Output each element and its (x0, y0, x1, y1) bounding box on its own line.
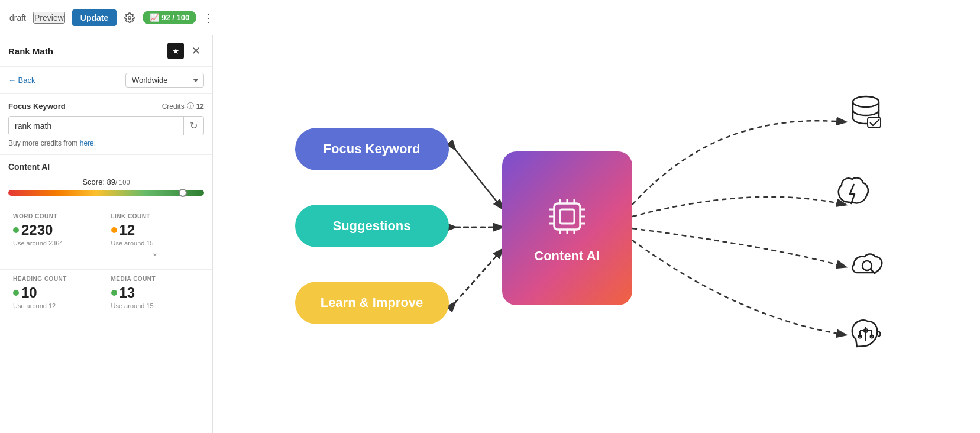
preview-button[interactable]: Preview (33, 12, 65, 24)
score-denom: / 100 (115, 179, 130, 186)
learn-improve-pill-label: Learn & Improve (321, 295, 423, 311)
cpu-icon (544, 193, 591, 243)
settings-icon[interactable] (121, 9, 138, 26)
media-dot (111, 290, 117, 296)
chevron-down-icon[interactable]: ⌄ (111, 247, 200, 258)
link-count-label: LINK COUNT (111, 213, 200, 219)
link-count-cell: LINK COUNT 12 Use around 15 ⌄ (106, 207, 205, 264)
score-text: Score: 89 (82, 177, 115, 186)
word-count-value: 2230 (13, 222, 101, 238)
lightning-brain-icon (833, 172, 875, 216)
score-progress-bar (8, 190, 204, 196)
search-cloud-icon (848, 246, 890, 290)
score-badge[interactable]: 📈 92 / 100 (143, 11, 196, 24)
svg-rect-8 (560, 209, 574, 224)
svg-line-5 (455, 250, 502, 303)
star-button[interactable]: ★ (167, 43, 184, 59)
svg-rect-7 (554, 203, 580, 230)
content-ai-label-diagram: Content AI (534, 248, 599, 264)
score-arrow-icon: 📈 (150, 13, 159, 22)
content-ai-label: Content AI (0, 155, 212, 174)
svg-point-21 (853, 96, 879, 107)
more-options-button[interactable]: ⋮ (202, 11, 214, 25)
credits-label: Credits (162, 102, 185, 111)
link-count-dot (111, 227, 117, 233)
credits-info-icon: ⓘ (187, 101, 194, 111)
focus-keyword-pill-label: Focus Keyword (324, 141, 421, 157)
word-count-cell: WORD COUNT 2230 Use around 2364 (8, 207, 106, 264)
link-count-value: 12 (111, 222, 200, 238)
learn-improve-pill[interactable]: Learn & Improve (295, 282, 449, 324)
svg-line-6 (455, 250, 502, 303)
draft-link[interactable]: draft (9, 13, 26, 22)
heading-count-label: HEADING COUNT (13, 276, 101, 282)
media-count-value: 13 (111, 285, 200, 301)
location-dropdown[interactable]: Worldwide United States United Kingdom (125, 73, 204, 88)
media-count-label: MEDIA COUNT (111, 276, 200, 282)
stats-grid: WORD COUNT 2230 Use around 2364 LINK COU… (0, 202, 212, 269)
header-icons: ★ ✕ (167, 43, 204, 59)
keyword-input[interactable] (9, 117, 183, 135)
score-display: Score: 89/ 100 (8, 177, 204, 186)
diagram-area: Focus Keyword Suggestions Learn & Improv… (213, 35, 980, 433)
link-count-hint: Use around 15 (111, 240, 200, 247)
heading-count-cell: HEADING COUNT 10 Use around 12 (8, 270, 106, 315)
svg-line-2 (455, 149, 502, 208)
keyword-input-row: ↻ (8, 116, 204, 135)
progress-thumb (179, 189, 187, 197)
word-count-dot (13, 227, 19, 233)
suggestions-pill-label: Suggestions (332, 218, 410, 234)
heading-count-hint: Use around 12 (13, 302, 101, 309)
heading-count-value: 10 (13, 285, 101, 301)
suggestions-pill[interactable]: Suggestions (295, 205, 449, 247)
heading-dot (13, 290, 19, 296)
content-ai-box[interactable]: Content AI (502, 151, 632, 305)
close-button[interactable]: ✕ (187, 43, 204, 59)
nav-row: ← Back Worldwide United States United Ki… (0, 67, 212, 94)
ai-head-icon (845, 314, 887, 358)
focus-keyword-pill[interactable]: Focus Keyword (295, 128, 449, 170)
media-count-cell: MEDIA COUNT 13 Use around 15 (106, 270, 205, 315)
focus-keyword-label: Focus Keyword (8, 102, 66, 111)
rankmath-title: Rank Math (8, 46, 53, 56)
rankmath-header: Rank Math ★ ✕ (0, 35, 212, 67)
svg-point-0 (128, 16, 131, 19)
credits-number: 12 (196, 102, 204, 111)
credits-link-text: Buy more credits from here. (8, 139, 204, 147)
focus-keyword-header: Focus Keyword Credits ⓘ 12 (8, 101, 204, 111)
svg-line-1 (455, 149, 502, 208)
credits-link[interactable]: here. (80, 139, 96, 147)
score-section: Score: 89/ 100 (0, 174, 212, 202)
diagram-inner: Focus Keyword Suggestions Learn & Improv… (271, 63, 922, 406)
database-icon (845, 92, 887, 136)
svg-point-23 (862, 261, 872, 270)
svg-rect-22 (868, 117, 881, 128)
credits-info: Credits ⓘ 12 (162, 101, 204, 111)
sidebar-panel: Rank Math ★ ✕ ← Back Worldwide United St… (0, 35, 213, 433)
stats-grid-2: HEADING COUNT 10 Use around 12 MEDIA COU… (0, 269, 212, 320)
update-button[interactable]: Update (72, 9, 117, 26)
focus-keyword-section: Focus Keyword Credits ⓘ 12 ↻ Buy more cr… (0, 94, 212, 155)
back-button[interactable]: ← Back (8, 76, 35, 85)
media-count-hint: Use around 15 (111, 302, 200, 309)
score-value: 92 / 100 (161, 13, 189, 22)
top-bar: draft Preview Update 📈 92 / 100 ⋮ (0, 0, 980, 35)
refresh-button[interactable]: ↻ (183, 117, 203, 135)
word-count-label: WORD COUNT (13, 213, 101, 219)
word-count-hint: Use around 2364 (13, 240, 101, 247)
